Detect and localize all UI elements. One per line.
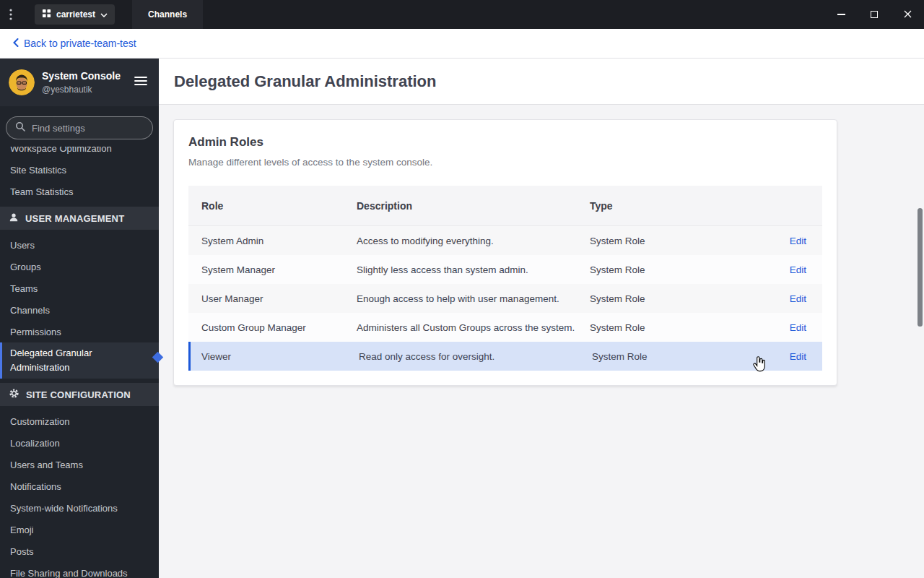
- edit-link[interactable]: Edit: [790, 236, 806, 246]
- column-header-role: Role: [188, 200, 357, 212]
- sidebar-item-system-wide-notifications[interactable]: System-wide Notifications: [0, 497, 159, 519]
- table-row-viewer: Viewer Read only access for oversight. S…: [188, 342, 822, 371]
- role-cell: User Manager: [188, 293, 357, 304]
- admin-roles-table: Role Description Type System Admin Acces…: [188, 186, 822, 371]
- sidebar-scroll-area: Workspace Optimization Site Statistics T…: [0, 147, 159, 578]
- sidebar-item-file-sharing-and-downloads[interactable]: File Sharing and Downloads: [0, 562, 159, 578]
- search-input[interactable]: [32, 123, 159, 134]
- sidebar-item-customization[interactable]: Customization: [0, 410, 159, 432]
- vertical-scrollbar-thumb[interactable]: [918, 208, 923, 327]
- sidebar-item-team-statistics[interactable]: Team Statistics: [0, 181, 159, 202]
- sidebar-header: System Console @yesbhautik: [0, 59, 159, 106]
- sidebar-item-workspace-optimization[interactable]: Workspace Optimization: [0, 147, 159, 159]
- sidebar-item-posts[interactable]: Posts: [0, 540, 159, 562]
- edit-link[interactable]: Edit: [790, 293, 806, 304]
- back-link[interactable]: Back to private-team-test: [13, 38, 136, 49]
- back-navigation-bar: Back to private-team-test: [0, 29, 924, 59]
- app-window: carrietest Channels Back to private-team…: [0, 0, 924, 578]
- type-cell: System Role: [590, 322, 772, 333]
- card-title: Admin Roles: [188, 135, 822, 150]
- tab-channels[interactable]: Channels: [132, 0, 203, 29]
- sidebar-item-emoji[interactable]: Emoji: [0, 519, 159, 540]
- sidebar-item-localization[interactable]: Localization: [0, 432, 159, 454]
- edit-link[interactable]: Edit: [790, 351, 806, 362]
- console-title: System Console: [42, 70, 121, 82]
- kebab-menu-icon[interactable]: [0, 0, 22, 29]
- section-header-site-configuration: SITE CONFIGURATION: [0, 383, 159, 406]
- page-title: Delegated Granular Administration: [174, 72, 436, 91]
- description-cell: Slightly less access than system admin.: [357, 264, 590, 275]
- sidebar-item-permissions[interactable]: Permissions: [0, 321, 159, 342]
- role-cell: Viewer: [191, 351, 359, 362]
- back-link-label: Back to private-team-test: [24, 38, 136, 49]
- description-cell: Administers all Custom Groups across the…: [357, 322, 590, 333]
- find-settings-searchbox[interactable]: [6, 116, 153, 139]
- user-avatar: [9, 69, 35, 95]
- sidebar-item-site-statistics[interactable]: Site Statistics: [0, 159, 159, 181]
- sidebar-item-delegated-granular-administration[interactable]: Delegated Granular Administration: [0, 342, 159, 379]
- server-selector-button[interactable]: carrietest: [35, 4, 115, 25]
- edit-link[interactable]: Edit: [790, 264, 806, 275]
- grid-icon: [42, 9, 51, 20]
- section-label: SITE CONFIGURATION: [26, 389, 131, 400]
- search-icon: [15, 121, 25, 134]
- role-cell: System Manager: [188, 264, 357, 275]
- admin-roles-card: Admin Roles Manage different levels of a…: [173, 119, 837, 386]
- close-icon: [904, 8, 912, 21]
- description-cell: Enough access to help with user manageme…: [357, 293, 590, 304]
- sidebar-item-teams[interactable]: Teams: [0, 277, 159, 299]
- maximize-button[interactable]: [858, 0, 891, 29]
- sidebar-item-channels[interactable]: Channels: [0, 299, 159, 321]
- tab-label: Channels: [148, 9, 187, 20]
- table-row-system-admin: System Admin Access to modifying everyth…: [188, 226, 822, 255]
- edit-link[interactable]: Edit: [790, 322, 806, 333]
- table-row-user-manager: User Manager Enough access to help with …: [188, 284, 822, 313]
- type-cell: System Role: [590, 293, 772, 304]
- chevron-down-icon: [100, 9, 108, 20]
- type-cell: System Role: [592, 351, 772, 362]
- system-console-sidebar: System Console @yesbhautik Workspace Op: [0, 59, 159, 578]
- server-name: carrietest: [56, 9, 95, 20]
- column-header-type: Type: [590, 200, 772, 212]
- type-cell: System Role: [590, 236, 772, 246]
- section-header-user-management: USER MANAGEMENT: [0, 207, 159, 230]
- gear-icon: [9, 388, 19, 401]
- sidebar-item-users-and-teams[interactable]: Users and Teams: [0, 454, 159, 475]
- sidebar-search-area: [0, 106, 159, 147]
- table-row-system-manager: System Manager Slightly less access than…: [188, 255, 822, 284]
- type-cell: System Role: [590, 264, 772, 275]
- hamburger-menu-icon[interactable]: [131, 73, 150, 92]
- sidebar-item-notifications[interactable]: Notifications: [0, 475, 159, 497]
- table-row-custom-group-manager: Custom Group Manager Administers all Cus…: [188, 313, 822, 342]
- description-cell: Access to modifying everything.: [357, 236, 590, 246]
- people-icon: [9, 212, 19, 225]
- minimize-button[interactable]: [824, 0, 858, 29]
- table-header-row: Role Description Type: [188, 186, 822, 226]
- main-content: Delegated Granular Administration Admin …: [159, 59, 924, 578]
- role-cell: System Admin: [188, 236, 357, 246]
- chevron-left-icon: [13, 38, 19, 49]
- column-header-description: Description: [357, 200, 590, 212]
- section-label: USER MANAGEMENT: [25, 213, 124, 224]
- sidebar-item-groups[interactable]: Groups: [0, 256, 159, 277]
- window-controls: [824, 0, 924, 29]
- card-subtitle: Manage different levels of access to the…: [188, 157, 822, 168]
- console-username: @yesbhautik: [42, 85, 121, 95]
- page-header: Delegated Granular Administration: [159, 59, 924, 105]
- close-button[interactable]: [891, 0, 924, 29]
- role-cell: Custom Group Manager: [188, 322, 357, 333]
- maximize-icon: [871, 11, 878, 18]
- titlebar: carrietest Channels: [0, 0, 924, 29]
- description-cell: Read only access for oversight.: [359, 351, 592, 362]
- minimize-icon: [837, 14, 845, 14]
- sidebar-item-users[interactable]: Users: [0, 234, 159, 256]
